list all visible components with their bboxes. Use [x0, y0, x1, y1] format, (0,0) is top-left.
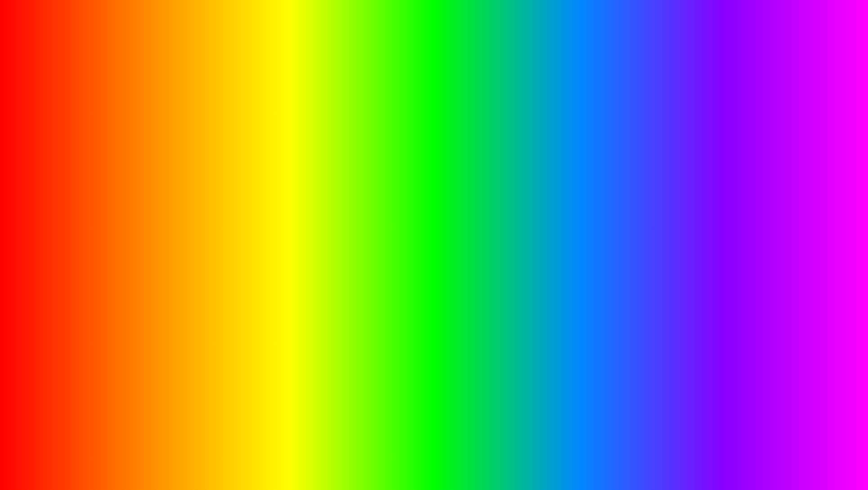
m-badge-4: M	[273, 179, 280, 184]
toggle-get-fruit-inventory-switch[interactable]	[512, 235, 528, 243]
home-icon: 🏠	[220, 138, 228, 145]
android-check: ✔	[136, 198, 156, 224]
sep-2	[282, 152, 283, 159]
logo-box: ☠ BLOX FRUITS	[774, 396, 855, 464]
sidebar-front-fruit-label: Fruit	[307, 221, 317, 227]
sidebar-back-miscfarm[interactable]: 🔵 MiscFarm	[217, 161, 266, 174]
sidebar-back-stats-label: Stats	[230, 152, 242, 158]
sidebar-front-fruit[interactable]: 🍎 Fruit	[293, 217, 342, 230]
hub-back-title-version: Version|X เวอร์ชั่นเอ็กซ์	[398, 123, 449, 131]
mobile-line: MOBILE ✔	[25, 171, 156, 198]
sidebar-back-genneral-label: Genneral	[230, 139, 251, 145]
sidebar-front-raid-label: Raid	[307, 247, 317, 253]
teleport-icon-front: 📍	[297, 259, 304, 266]
sep-raid-normal	[359, 195, 359, 202]
title-blox: BLOX	[201, 9, 404, 85]
hub-back-title-hub: HUB	[242, 123, 255, 130]
sidebar-back-fruit[interactable]: 🍎 Fruit	[217, 174, 266, 187]
mobile-android-section: MOBILE ✔ ANDROID ✔	[25, 171, 156, 225]
sidebar-front-teleport-label: Teleport	[307, 260, 324, 266]
sidebar-back-raid[interactable]: ⚔ Raid	[217, 200, 266, 214]
home-icon-front: 🏠	[297, 181, 304, 188]
sidebar-front-miscfarm[interactable]: 🔵 MiscFarm	[293, 204, 342, 217]
fruit-icon: 🍎	[220, 178, 228, 184]
sidebar-back-raid-label: Raid	[230, 205, 241, 210]
sidebar-front-stats-label: Stats	[307, 195, 318, 200]
dropdown-select-dungeon-label: Select Dungeon :	[350, 223, 388, 229]
m-badge-aweak: M	[349, 210, 356, 215]
mobile-label: MOBILE	[25, 171, 116, 197]
nokey-text: NO KEY !!	[414, 170, 525, 193]
fruit-icon-front: 🍎	[297, 220, 304, 227]
free-text: FREE	[414, 139, 525, 170]
dropdown-select-dungeon[interactable]: Select Dungeon : ▾	[346, 221, 531, 231]
m-badge-1: M	[273, 139, 280, 145]
sep-aweak	[359, 209, 359, 216]
hub-back-titlebar: Makori HUB Version|X เวอร์ชั่นเอ็กซ์	[217, 120, 453, 134]
update-bar: UPDATE 20 SCRIPT PASTEBIN	[0, 432, 868, 473]
m-badge-3: M	[273, 166, 280, 171]
main-title: BLOX FRUITS	[0, 9, 868, 85]
toggle-auto-aweak-switch[interactable]	[512, 209, 528, 217]
skull-icon: ☠	[802, 401, 826, 433]
sidebar-front-teleport[interactable]: 📍 Teleport	[293, 256, 342, 269]
toggle-auto-aweak: M Auto Aweak	[346, 207, 531, 218]
players-icon-front: ✏	[297, 272, 304, 279]
sidebar-front-stats[interactable]: 📈 Stats	[293, 191, 342, 204]
svg-point-3	[765, 71, 864, 251]
sidebar-back-teleport[interactable]: 📍 Teleport	[217, 214, 266, 227]
sidebar-front-players-label: Players	[307, 273, 323, 279]
sidebar-front-shop[interactable]: 🛒 Shop	[293, 230, 342, 243]
m-badge-raid-hop: M	[349, 182, 356, 187]
teleport-to-lab-label: Teleport to Lab	[421, 251, 456, 257]
logo-bottom-right: ☠ BLOX FRUITS	[774, 396, 855, 477]
logo-blox-text: BLOX	[801, 435, 827, 445]
sidebar-back-fruit-label: Fruit	[230, 178, 240, 184]
stats-icon-front: 📈	[297, 194, 304, 201]
shop-icon: 🛒	[220, 191, 228, 197]
sidebar-back-teleport-label: Teleport	[230, 218, 248, 223]
toggle-get-fruit-inventory-label: Get Fruit Inventory	[362, 236, 510, 242]
update-script: SCRIPT	[375, 432, 503, 473]
sidebar-back-genneral[interactable]: 🏠 Genneral	[217, 135, 266, 148]
update-word: UPDATE	[187, 432, 328, 473]
teleport-icon: 📍	[220, 217, 228, 223]
sep-fruit-inv	[359, 236, 359, 243]
raid-icon: ⚔	[220, 204, 228, 210]
sidebar-back-stats[interactable]: 📈 Stats	[217, 148, 266, 161]
m-badge-raid-normal: M	[349, 196, 356, 201]
teleport-to-lab-button[interactable]: Teleport to Lab	[346, 247, 531, 261]
sidebar-back-players[interactable]: ✏ Players	[217, 227, 266, 240]
shop-icon-front: 🛒	[297, 233, 304, 240]
sep-3	[282, 165, 283, 172]
toggle-auto-raid-normal-label: Auto Raid Normal [One Click]	[362, 196, 510, 201]
hub-front-title-hub: HUB	[318, 166, 331, 173]
update-number: 20	[332, 432, 371, 473]
sidebar-front-genneral-label: Genneral	[307, 182, 327, 187]
sidebar-back-miscfarm-label: MiscFarm	[230, 165, 252, 171]
svg-marker-13	[46, 236, 57, 248]
sidebar-front-players[interactable]: ✏ Players	[293, 269, 342, 282]
android-label: ANDROID	[25, 198, 134, 224]
sep-raid-hop	[359, 181, 359, 188]
update-pastebin: PASTEBIN	[507, 432, 682, 473]
toggle-auto-farm-label: Auto Farm	[286, 139, 429, 145]
raid-icon-front: ⚔	[297, 246, 304, 253]
sidebar-front-raid[interactable]: ⚔ Raid	[293, 243, 342, 256]
chevron-down-icon: ▾	[524, 223, 527, 229]
title-fruits: FRUITS	[404, 9, 667, 85]
toggle-auto-raid-normal-switch[interactable]	[512, 195, 528, 203]
hub-back-title-makori: Makori	[221, 123, 240, 130]
svg-marker-12	[18, 252, 29, 263]
sidebar-back-players-label: Players	[230, 231, 247, 236]
sidebar-front-genneral[interactable]: 🏠 Genneral	[293, 178, 342, 191]
players-icon: ✏	[220, 230, 228, 236]
toggle-get-fruit-inventory: M Get Fruit Inventory	[346, 233, 531, 245]
free-nokey-badge: FREE NO KEY !!	[414, 139, 525, 193]
sidebar-back-shop[interactable]: 🛒 Shop	[217, 187, 266, 200]
mobile-check: ✔	[118, 171, 138, 197]
miscfarm-icon: 🔵	[220, 165, 228, 171]
sep-4	[282, 178, 283, 185]
m-badge-fruit-inv: M	[349, 236, 356, 242]
ice-spikes	[31, 392, 151, 437]
